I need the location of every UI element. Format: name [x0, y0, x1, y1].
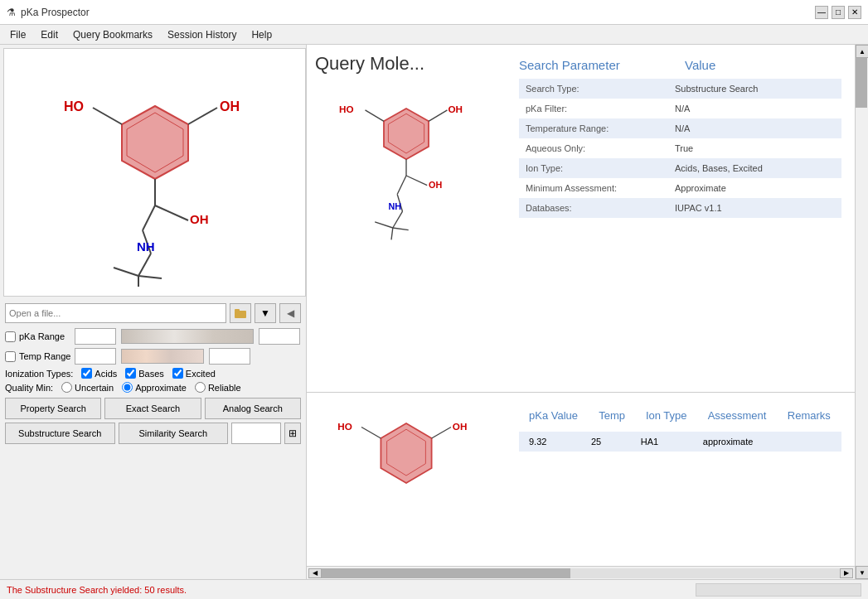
query-title: Query Mole...	[315, 53, 424, 75]
pka-range-checkbox[interactable]	[5, 331, 16, 342]
svg-text:HO: HO	[339, 104, 354, 114]
quality-reliable-label[interactable]: Reliable	[195, 382, 241, 393]
ionization-bases-label[interactable]: Bases	[125, 368, 164, 379]
similarity-spinner[interactable]: ⊞	[284, 423, 301, 444]
hscroll-track[interactable]	[322, 568, 840, 578]
horizontal-scrollbar[interactable]: ◀ ▶	[307, 566, 855, 579]
quality-uncertain-label[interactable]: Uncertain	[61, 382, 114, 393]
back-button[interactable]: ◀	[279, 303, 301, 323]
quality-approximate-label[interactable]: Approximate	[122, 382, 187, 393]
pka-range-row: pKa Range 1.00 12.00	[5, 328, 301, 345]
param-value: N/A	[668, 99, 841, 118]
substructure-search-button[interactable]: Substructure Search	[5, 423, 115, 444]
param-name: Aqueous Only:	[519, 138, 668, 158]
svg-text:OH: OH	[448, 104, 463, 114]
query-molecule-detail-svg: HO OH OH NH	[332, 83, 481, 298]
svg-text:HO: HO	[337, 421, 352, 432]
param-name: Minimum Assessment:	[519, 178, 668, 198]
vscroll-thumb[interactable]	[856, 58, 867, 108]
pka-range-slider[interactable]	[121, 329, 254, 344]
vscroll-down-button[interactable]: ▼	[856, 566, 868, 579]
right-scroll-area[interactable]: Query Mole... HO OH OH	[307, 45, 855, 566]
svg-rect-17	[235, 309, 240, 312]
main-content: HO OH OH NH	[0, 45, 868, 579]
ionization-excited-label[interactable]: Excited	[172, 368, 216, 379]
result-temp: 25	[581, 432, 631, 452]
pka-max-input[interactable]: 12.00	[259, 328, 300, 345]
minimize-button[interactable]: —	[815, 6, 828, 19]
controls-panel: ▼ ◀ pKa Range 1.00 12.00 Temp Range	[0, 300, 306, 579]
svg-line-25	[406, 176, 427, 186]
result-header-assessment: Assessment	[698, 406, 778, 425]
search-params-panel: Search Parameter Value Search Type:Subst…	[506, 45, 855, 392]
svg-text:OH: OH	[453, 421, 468, 432]
result-header-pka: pKa Value	[519, 406, 589, 425]
param-value: N/A	[668, 118, 841, 138]
temp-min-input[interactable]: 20.00	[75, 348, 116, 365]
quality-approximate-radio[interactable]	[122, 382, 133, 393]
exact-search-button[interactable]: Exact Search	[104, 398, 201, 419]
svg-text:OH: OH	[429, 180, 442, 190]
svg-line-15	[138, 276, 162, 278]
ionization-excited-checkbox[interactable]	[172, 368, 183, 379]
param-name: pKa Filter:	[519, 99, 668, 118]
analog-search-button[interactable]: Analog Search	[205, 398, 301, 419]
svg-line-30	[393, 211, 403, 228]
menu-bar: File Edit Query Bookmarks Session Histor…	[0, 25, 868, 45]
file-browse-button[interactable]	[230, 303, 251, 323]
result-row: 9.32 25 HA1 approximate	[519, 432, 841, 452]
folder-icon	[235, 308, 246, 318]
svg-line-38	[432, 428, 451, 439]
status-bar: The Substructure Search yielded: 50 resu…	[0, 579, 868, 599]
property-search-button[interactable]: Property Search	[5, 398, 101, 419]
svg-line-22	[429, 110, 448, 122]
query-molecule-area: Query Mole... HO OH OH	[307, 45, 506, 392]
result-header-temp: Temp	[589, 406, 636, 425]
result-table: 9.32 25 HA1 approximate	[519, 432, 841, 452]
svg-marker-0	[122, 106, 188, 179]
close-button[interactable]: ✕	[848, 6, 861, 19]
vertical-scrollbar[interactable]: ▲ ▼	[855, 45, 868, 579]
query-molecule-svg: HO OH OH NH	[14, 56, 296, 288]
hscroll-right-button[interactable]: ▶	[840, 568, 853, 578]
ionization-bases-checkbox[interactable]	[125, 368, 136, 379]
temp-max-input[interactable]: 30.00	[209, 348, 250, 365]
result-header-iontype: Ion Type	[636, 406, 698, 425]
svg-line-7	[155, 205, 188, 220]
quality-uncertain-radio[interactable]	[61, 382, 72, 393]
result-molecule-svg: HO OH	[332, 401, 481, 550]
ionization-acids-checkbox[interactable]	[81, 368, 92, 379]
svg-rect-16	[235, 311, 246, 318]
temp-range-checkbox[interactable]	[5, 351, 16, 362]
vscroll-track[interactable]	[856, 58, 868, 566]
hscroll-thumb[interactable]	[322, 568, 570, 578]
param-row: Ion Type:Acids, Bases, Excited	[519, 158, 841, 178]
pka-min-input[interactable]: 1.00	[75, 328, 116, 345]
similarity-search-button[interactable]: Similarity Search	[119, 423, 229, 444]
svg-line-32	[391, 228, 393, 239]
quality-row: Quality Min: Uncertain Approximate Relia…	[5, 382, 301, 393]
quality-reliable-radio[interactable]	[195, 382, 206, 393]
menu-session-history[interactable]: Session History	[161, 27, 243, 42]
menu-query-bookmarks[interactable]: Query Bookmarks	[66, 27, 159, 42]
param-name: Search Type:	[519, 79, 668, 99]
maximize-button[interactable]: □	[832, 6, 845, 19]
svg-line-2	[93, 108, 122, 124]
svg-line-27	[397, 176, 406, 195]
svg-line-9	[143, 205, 155, 230]
menu-edit[interactable]: Edit	[34, 27, 65, 42]
temp-range-slider[interactable]	[121, 349, 204, 364]
file-dropdown-button[interactable]: ▼	[255, 303, 276, 323]
param-name: Temperature Range:	[519, 118, 668, 138]
file-input[interactable]	[5, 303, 226, 323]
menu-help[interactable]: Help	[245, 27, 279, 42]
vscroll-up-button[interactable]: ▲	[856, 45, 868, 58]
scroll-spacer	[307, 558, 855, 566]
similarity-value-input[interactable]: 0.45	[231, 423, 281, 444]
status-text: The Substructure Search yielded: 50 resu…	[7, 585, 187, 595]
param-row: Databases:IUPAC v1.1	[519, 198, 841, 218]
menu-file[interactable]: File	[3, 27, 32, 42]
hscroll-left-button[interactable]: ◀	[308, 568, 322, 578]
right-content-wrapper: Query Mole... HO OH OH	[307, 45, 868, 579]
ionization-acids-label[interactable]: Acids	[81, 368, 117, 379]
